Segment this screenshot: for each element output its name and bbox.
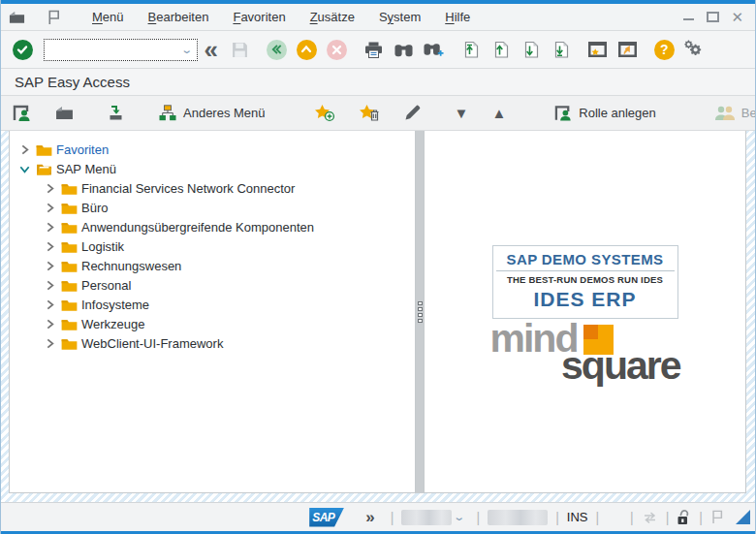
back-button[interactable] xyxy=(265,37,288,62)
folder-icon xyxy=(61,279,78,292)
folder-icon xyxy=(36,143,52,156)
chevron-right-icon[interactable] xyxy=(17,144,32,155)
find-icon xyxy=(394,43,413,57)
last-page-button[interactable] xyxy=(549,37,572,62)
page-up-icon xyxy=(492,41,509,58)
chevron-right-icon[interactable] xyxy=(43,183,57,194)
move-down-button[interactable]: ▼ xyxy=(451,100,473,127)
tree-item-werkzeuge[interactable]: Werkzeuge xyxy=(10,314,415,333)
command-field-wrap: ⌄ xyxy=(44,39,198,61)
enter-button[interactable] xyxy=(11,37,34,62)
exit-button[interactable] xyxy=(295,37,318,62)
chevron-right-icon[interactable] xyxy=(43,319,57,330)
demo-banner-system: IDES ERP xyxy=(496,288,675,311)
edit-favorite-icon xyxy=(403,104,422,122)
chevron-down-icon[interactable] xyxy=(17,164,32,174)
menu-item-favoriten[interactable]: Favoriten xyxy=(233,10,285,24)
resize-grip[interactable] xyxy=(736,510,750,524)
tree-item-sap-men-[interactable]: SAP Menü xyxy=(10,159,415,178)
minimize-button[interactable] xyxy=(682,12,695,22)
assign-users-button[interactable]: Benutzer zuordnen xyxy=(710,100,756,127)
user-menu-button[interactable] xyxy=(9,100,36,127)
folder-icon xyxy=(61,337,78,350)
create-shortcut-button[interactable] xyxy=(615,37,639,62)
help-icon: ? xyxy=(654,40,675,60)
move-up-icon: ▲ xyxy=(491,105,506,121)
performance-icon[interactable] xyxy=(642,511,658,524)
find-button[interactable] xyxy=(392,37,415,62)
chevron-right-icon[interactable] xyxy=(43,203,57,213)
move-up-button[interactable]: ▲ xyxy=(488,100,510,127)
tree-item-anwendungs-bergreifende-komponenten[interactable]: Anwendungsübergreifende Komponenten xyxy=(10,217,415,236)
tree-item-favoriten[interactable]: Favoriten xyxy=(10,140,415,159)
panel-splitter[interactable] xyxy=(416,131,424,493)
sap-menu-icon xyxy=(55,106,74,120)
mindsquare-logo: mind square xyxy=(490,324,680,382)
dropdown-chevron-icon[interactable]: ⌄ xyxy=(454,511,472,523)
new-session-button[interactable] xyxy=(585,37,609,62)
collapse-command-field-button[interactable]: ‹‹ xyxy=(198,37,221,62)
folder-icon xyxy=(61,240,78,253)
page-title: SAP Easy Access xyxy=(15,74,130,90)
gui-flag-icon[interactable] xyxy=(47,10,61,25)
insert-mode-indicator: INS xyxy=(567,510,588,524)
edit-favorite-button[interactable] xyxy=(399,100,425,127)
redacted-server-value xyxy=(488,510,548,525)
menu-item-men[interactable]: Menü xyxy=(92,10,124,24)
chevron-right-icon[interactable] xyxy=(43,261,57,271)
close-button[interactable]: ✕ xyxy=(731,12,743,22)
lock-open-icon[interactable] xyxy=(677,509,691,525)
standard-toolbar: ⌄ ‹‹ xyxy=(1,31,755,69)
tree-item-personal[interactable]: Personal xyxy=(10,275,415,295)
create-role-button[interactable]: Rolle anlegen xyxy=(551,100,660,127)
enter-check-icon xyxy=(13,40,33,60)
print-button[interactable] xyxy=(362,37,385,62)
tree-item-webclient-ui-framework[interactable]: WebClient-UI-Framework xyxy=(10,333,415,353)
find-next-button[interactable] xyxy=(422,37,445,62)
tree-item-label: Personal xyxy=(81,278,131,293)
sap-gui-window: MenüBearbeitenFavoritenZusätzeSystemHilf… xyxy=(0,0,756,534)
command-dropdown-icon[interactable]: ⌄ xyxy=(180,44,199,56)
chevron-right-icon[interactable] xyxy=(43,280,57,291)
chevron-right-icon[interactable] xyxy=(43,222,57,233)
add-favorite-button[interactable] xyxy=(310,100,339,127)
customize-layout-button[interactable] xyxy=(682,37,706,62)
command-field-input[interactable] xyxy=(46,41,183,59)
print-icon xyxy=(364,42,383,58)
delete-favorite-button[interactable] xyxy=(355,100,384,127)
maximize-button[interactable] xyxy=(707,12,719,22)
anderes-menu-button[interactable]: Anderes Menü xyxy=(154,100,269,127)
find-next-icon xyxy=(424,42,444,57)
statusbar-expand-chevrons-icon[interactable]: » xyxy=(365,508,374,527)
cancel-button[interactable] xyxy=(325,37,348,62)
menu-item-zustze[interactable]: Zusätze xyxy=(310,10,355,24)
tree-item-label: Büro xyxy=(81,201,108,215)
rolle-anlegen-label: Rolle anlegen xyxy=(579,106,656,120)
menu-item-system[interactable]: System xyxy=(379,10,421,24)
tree-item-label: Logistik xyxy=(81,239,124,254)
tree-item-b-ro[interactable]: Büro xyxy=(10,198,415,217)
sap-menu-button[interactable] xyxy=(51,100,78,127)
tree-item-logistik[interactable]: Logistik xyxy=(10,236,415,256)
save-button[interactable] xyxy=(228,37,251,62)
menu-item-hilfe[interactable]: Hilfe xyxy=(445,10,470,24)
page-up-button[interactable] xyxy=(488,37,512,62)
menu-item-bearbeiten[interactable]: Bearbeiten xyxy=(148,10,209,24)
delete-favorite-icon xyxy=(359,104,380,122)
page-down-button[interactable] xyxy=(519,37,542,62)
splitter-grip-icon[interactable] xyxy=(418,301,423,323)
exit-icon xyxy=(297,40,317,60)
tree-item-financial-services-network-connector[interactable]: Financial Services Network Connector xyxy=(10,178,415,198)
chevron-right-icon[interactable] xyxy=(43,338,57,349)
first-page-button[interactable] xyxy=(458,37,482,62)
chevron-right-icon[interactable] xyxy=(43,241,57,252)
display-documentation-button[interactable] xyxy=(103,100,129,127)
gui-shortcut-flag-icon[interactable] xyxy=(710,510,724,524)
sap-menu-box-icon[interactable] xyxy=(9,11,25,24)
chevron-right-icon[interactable] xyxy=(43,299,57,310)
tree-item-infosysteme[interactable]: Infosysteme xyxy=(10,295,415,314)
help-button[interactable]: ? xyxy=(652,37,676,62)
system-info-field[interactable]: ⌄ xyxy=(401,510,468,525)
tree-item-rechnungswesen[interactable]: Rechnungswesen xyxy=(10,256,415,275)
branding-panel: SAP DEMO SYSTEMS THE BEST-RUN DEMOS RUN … xyxy=(424,131,746,493)
